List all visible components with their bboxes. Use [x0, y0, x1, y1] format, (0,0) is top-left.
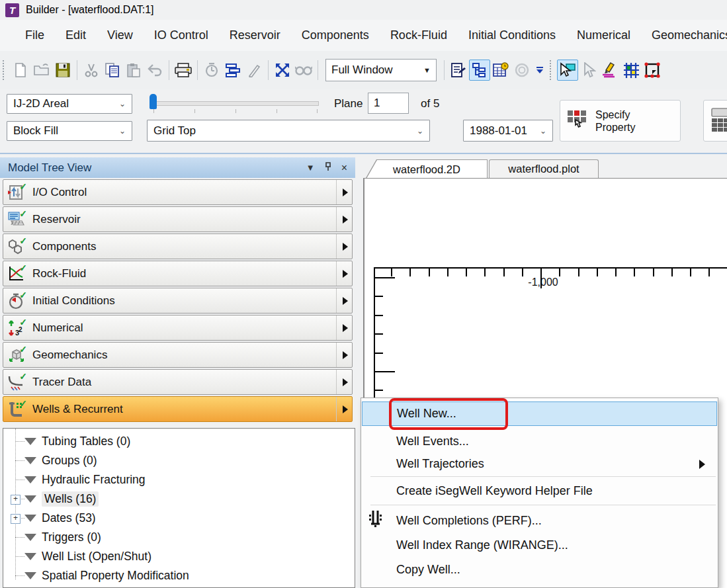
edit-drawing-icon[interactable]	[599, 60, 620, 81]
draw-pen-icon[interactable]	[243, 60, 265, 81]
cut-icon[interactable]	[81, 60, 102, 81]
x-axis-tick-label: -1,000	[510, 276, 576, 288]
date-select[interactable]: 1988-01-01⌄	[463, 120, 553, 142]
numerical-icon: 32✓	[7, 319, 26, 337]
menu-file[interactable]: File	[15, 24, 55, 46]
properties-icon[interactable]	[448, 60, 469, 81]
tree-item-groups-0-[interactable]: Groups (0)	[3, 451, 355, 470]
plane-label: Plane	[334, 97, 363, 110]
accordion-item-wells-recurrent[interactable]: ✓Wells & Recurrent	[3, 396, 353, 422]
tree-item-spatial-property-modification[interactable]: Spatial Property Modification	[3, 566, 355, 585]
region-select-icon[interactable]	[642, 60, 663, 81]
menu-item-well-completions[interactable]: Well Completions (PERF)...	[362, 509, 717, 533]
specify-property-button[interactable]: Specify Property	[560, 100, 681, 142]
property-select[interactable]: Grid Top⌄	[147, 120, 430, 142]
new-document-icon[interactable]	[10, 60, 31, 81]
expand-arrow-icon[interactable]	[336, 207, 348, 231]
tree-item-hydraulic-fracturing[interactable]: Hydraulic Fracturing	[3, 470, 355, 489]
accordion-item-numerical[interactable]: 32✓Numerical	[3, 315, 353, 341]
grid-probe-icon[interactable]	[620, 60, 642, 81]
axis-line	[484, 267, 486, 276]
tree-item-tubing-tables-0-[interactable]: Tubing Tables (0)	[3, 432, 355, 451]
collapse-triangle-icon[interactable]	[24, 515, 36, 522]
menu-item-copy-well[interactable]: Copy Well...	[362, 558, 717, 582]
calculate-property-icon	[710, 107, 727, 135]
accordion-item-i-o-control[interactable]: ✓I/O Control	[3, 179, 353, 205]
menu-edit[interactable]: Edit	[55, 24, 97, 46]
expand-arrow-icon[interactable]	[336, 288, 348, 313]
tree-item-dates-53-[interactable]: Dates (53)	[3, 509, 355, 528]
plane-slider-track[interactable]	[151, 101, 319, 106]
expand-arrow-icon[interactable]	[336, 315, 348, 340]
align-layers-icon[interactable]	[222, 60, 243, 81]
panel-splitter[interactable]	[355, 157, 361, 588]
accordion-item-rock-fluid[interactable]: ✓Rock-Fluid	[3, 261, 353, 286]
collapse-triangle-icon[interactable]	[24, 495, 36, 503]
menu-item-well-trajectories[interactable]: Well Trajectories	[362, 452, 717, 476]
expand-arrow-icon[interactable]	[336, 234, 348, 259]
tree-item-triggers-0-[interactable]: Triggers (0)	[3, 528, 355, 547]
builder-logo-icon: T	[5, 3, 19, 17]
menu-initial-conditions[interactable]: Initial Conditions	[458, 24, 566, 46]
tree-item-wells-16-[interactable]: Wells (16)	[3, 489, 355, 509]
tree-view-icon[interactable]	[469, 60, 490, 81]
tab-waterflood-2d[interactable]: waterflood.2D	[366, 159, 488, 178]
menu-item-well-new[interactable]: Well New...	[362, 401, 717, 426]
menu-view[interactable]: View	[97, 24, 144, 46]
axis-line	[374, 315, 383, 316]
menu-item-well-events[interactable]: Well Events...	[362, 429, 717, 454]
toolbar-overflow-button[interactable]	[533, 60, 547, 81]
menu-reservoir[interactable]: Reservoir	[219, 24, 291, 46]
date-table-icon[interactable]	[490, 60, 511, 81]
panel-menu-chevron-icon[interactable]: ▼	[306, 163, 315, 173]
menu-geomechanics[interactable]: Geomechanics	[641, 24, 727, 46]
accordion-item-initial-conditions[interactable]: ✓Initial Conditions	[3, 288, 353, 314]
collapse-triangle-icon[interactable]	[24, 476, 36, 483]
view-glasses-icon[interactable]	[293, 60, 314, 81]
accordion-item-tracer-data[interactable]: ✓Tracer Data	[3, 369, 353, 395]
expand-arrow-icon[interactable]	[336, 397, 348, 421]
plane-total-label: of 5	[421, 97, 439, 110]
undo-icon[interactable]	[144, 60, 165, 81]
collapse-triangle-icon[interactable]	[24, 438, 36, 445]
plane-slider-handle[interactable]	[150, 94, 157, 109]
collapse-triangle-icon[interactable]	[24, 553, 36, 560]
expand-arrow-icon[interactable]	[336, 180, 348, 204]
axis-line	[597, 267, 598, 276]
accordion-item-reservoir[interactable]: ✓Reservoir	[3, 206, 353, 232]
menu-rock-fluid[interactable]: Rock-Fluid	[380, 24, 458, 46]
menu-io-control[interactable]: IO Control	[144, 24, 219, 46]
close-icon[interactable]: ×	[341, 162, 347, 174]
paste-icon[interactable]	[123, 60, 144, 81]
collapse-triangle-icon[interactable]	[24, 572, 36, 579]
menu-item-create-isegwell[interactable]: Create iSegWell Keyword Helper File	[362, 479, 717, 503]
ring-disabled-icon	[511, 60, 533, 81]
view-mode-combobox[interactable]: Full Window ▼	[325, 59, 437, 81]
accordion-item-components[interactable]: ✓Components	[3, 233, 353, 259]
tree-item-well-list-open-shut-[interactable]: Well List (Open/Shut)	[3, 547, 355, 566]
menu-components[interactable]: Components	[291, 24, 380, 46]
open-file-icon[interactable]	[31, 60, 52, 81]
expand-arrow-icon[interactable]	[336, 370, 348, 394]
view-type-select[interactable]: IJ-2D Areal⌄	[7, 94, 132, 114]
expand-arrow-icon[interactable]	[336, 343, 348, 367]
menu-numerical[interactable]: Numerical	[566, 24, 641, 46]
tab-waterflood-plot[interactable]: waterflood.plot	[489, 159, 599, 178]
accordion-item-geomechanics[interactable]: ✓Geomechanics	[3, 342, 353, 368]
pin-icon[interactable]	[324, 161, 332, 175]
collapse-triangle-icon[interactable]	[24, 534, 36, 541]
fit-to-window-icon[interactable]	[272, 60, 293, 81]
select-annotate-icon[interactable]	[557, 60, 578, 81]
print-icon[interactable]	[173, 60, 194, 81]
copy-icon[interactable]	[102, 60, 123, 81]
collapse-triangle-icon[interactable]	[24, 457, 36, 464]
expand-arrow-icon[interactable]	[336, 261, 348, 286]
axis-line	[374, 267, 727, 269]
calculate-property-button[interactable]: Calculate Property	[703, 100, 727, 142]
time-step-icon[interactable]	[201, 60, 222, 81]
plane-number-input[interactable]: 1	[368, 93, 409, 114]
fill-mode-select[interactable]: Block Fill⌄	[7, 121, 132, 141]
save-icon[interactable]	[52, 60, 73, 81]
title-bar: T Builder - [waterflood.DAT:1]	[0, 0, 727, 20]
menu-item-well-index-range[interactable]: Well Index Range (WIRANGE)...	[362, 533, 717, 558]
